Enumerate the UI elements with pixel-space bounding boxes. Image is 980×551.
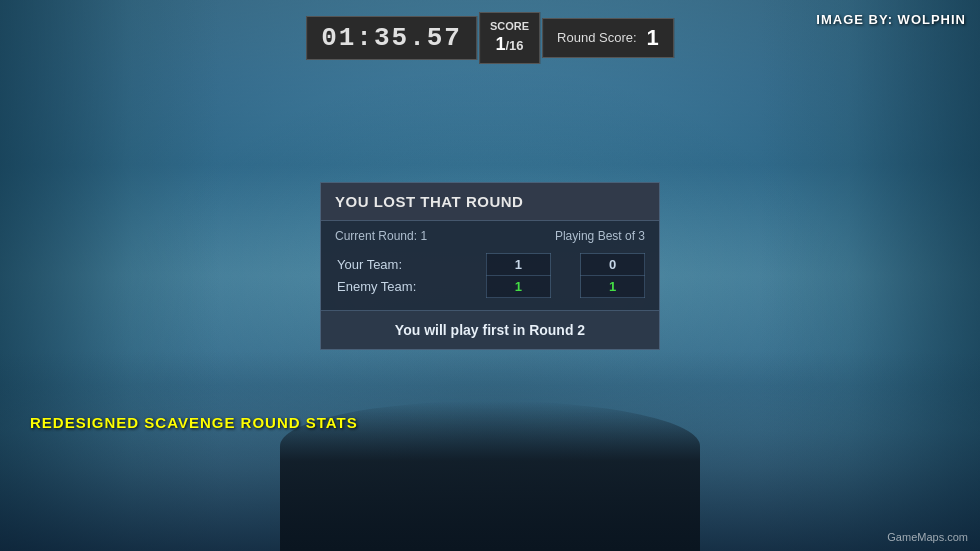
your-team-score1: 1 <box>486 254 550 276</box>
timer-value: 01:35.57 <box>321 23 462 53</box>
score-max: 16 <box>509 38 523 53</box>
enemy-team-score2: 1 <box>581 276 645 298</box>
score-label: SCORE <box>490 19 529 33</box>
dialog-title: YOU LOST THAT ROUND <box>321 183 659 221</box>
enemy-team-score1: 1 <box>486 276 550 298</box>
hud-top: 01:35.57 SCORE 1/16 Round Score: 1 <box>306 12 674 64</box>
enemy-team-label: Enemy Team: <box>335 276 486 298</box>
score-divider <box>550 254 580 276</box>
dialog-body: Current Round: 1 Playing Best of 3 Your … <box>321 221 659 310</box>
enemy-team-row: Enemy Team: 1 1 <box>335 276 645 298</box>
your-team-label: Your Team: <box>335 254 486 276</box>
round-score-display: Round Score: 1 <box>542 18 674 58</box>
score-fraction: 1/16 <box>490 33 529 56</box>
round-score-label: Round Score: <box>557 30 637 45</box>
bottom-label: REDESIGNED SCAVENGE ROUND STATS <box>30 414 358 431</box>
score-display: SCORE 1/16 <box>479 12 540 64</box>
watermark-bottom-right: GameMaps.com <box>887 531 968 543</box>
timer-display: 01:35.57 <box>306 16 477 60</box>
current-round-label: Current Round: 1 <box>335 229 427 243</box>
your-team-row: Your Team: 1 0 <box>335 254 645 276</box>
dialog-footer: You will play first in Round 2 <box>321 310 659 349</box>
watermark-top-right: IMAGE BY: WOLPHIN <box>816 12 966 27</box>
your-team-score2: 0 <box>581 254 645 276</box>
scores-table: Your Team: 1 0 Enemy Team: 1 1 <box>335 253 645 298</box>
round-result-dialog: YOU LOST THAT ROUND Current Round: 1 Pla… <box>320 182 660 350</box>
dialog-info-row: Current Round: 1 Playing Best of 3 <box>335 229 645 243</box>
next-round-text: You will play first in Round 2 <box>395 322 585 338</box>
best-of-label: Playing Best of 3 <box>555 229 645 243</box>
score-value: 1 <box>495 34 505 54</box>
score-divider2 <box>550 276 580 298</box>
round-score-value: 1 <box>647 25 659 51</box>
watermark-text: IMAGE BY: WOLPHIN <box>816 12 966 27</box>
